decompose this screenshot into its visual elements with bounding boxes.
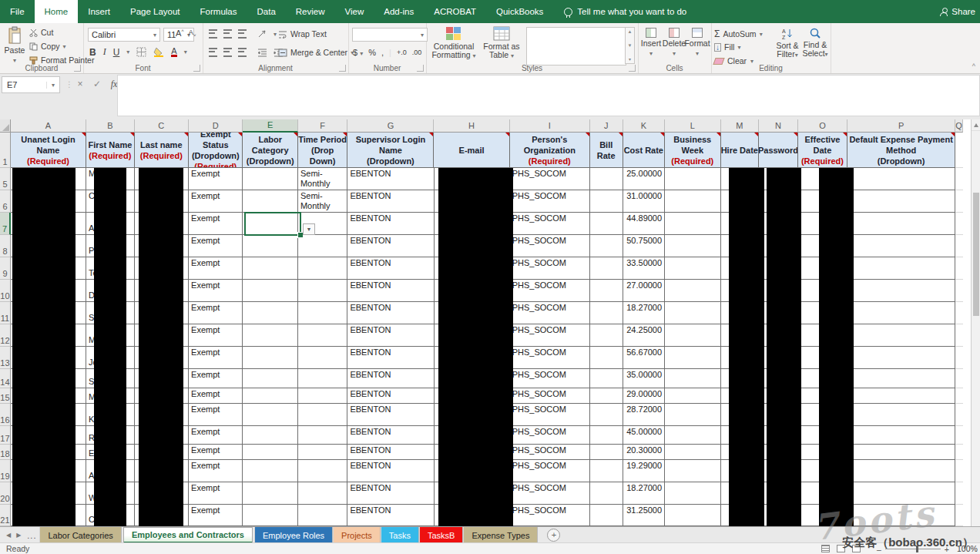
cell-K18[interactable]: 20.30000 xyxy=(623,445,666,460)
cell-E20[interactable] xyxy=(243,482,297,505)
header-cell-O1[interactable]: Effective Date(Required) xyxy=(798,133,847,168)
cell-G8[interactable]: EBENTON xyxy=(347,235,434,257)
cell-J21[interactable] xyxy=(590,505,623,526)
cell-K5[interactable]: 25.00000 xyxy=(623,168,666,190)
cell-I19[interactable]: PHS_SOCOM xyxy=(510,460,590,482)
row-header-15[interactable]: 15 xyxy=(0,388,11,404)
header-cell-L1[interactable]: Business Week(Required) xyxy=(665,133,720,168)
cell-D18[interactable]: Exempt xyxy=(189,445,243,460)
cell-P8[interactable] xyxy=(847,235,955,257)
underline-chevron-icon[interactable]: ▾ xyxy=(126,49,129,55)
cell-K16[interactable]: 28.72000 xyxy=(623,404,666,426)
cell-J11[interactable] xyxy=(590,302,623,324)
cell-F15[interactable] xyxy=(298,388,348,404)
cell-J6[interactable] xyxy=(590,190,623,213)
header-cell-P1[interactable]: Default Expense Payment Method(Dropdown) xyxy=(847,133,955,168)
cell-I14[interactable]: PHS_SOCOM xyxy=(510,369,590,388)
ribbon-tab-acrobat[interactable]: ACROBAT xyxy=(424,0,486,23)
clipboard-dialog-launcher[interactable] xyxy=(74,65,81,72)
zoom-in-button[interactable]: + xyxy=(945,545,949,554)
cell-I7[interactable]: PHS_SOCOM xyxy=(510,213,590,235)
cell-D16[interactable]: Exempt xyxy=(189,404,243,426)
cell-F6[interactable]: Semi-Monthly xyxy=(298,190,348,213)
column-header-A[interactable]: A xyxy=(11,119,86,133)
font-color-icon[interactable]: A xyxy=(171,47,176,57)
align-top-icon[interactable] xyxy=(209,29,217,39)
cell-F8[interactable] xyxy=(298,235,348,257)
cell-E16[interactable] xyxy=(243,404,297,426)
data-validation-dropdown-button[interactable]: ▼ xyxy=(303,223,315,235)
cell-F20[interactable] xyxy=(298,482,348,505)
sheet-tab-employees-and-contractors[interactable]: Employees and Contractors xyxy=(123,527,253,543)
header-cell-N1[interactable]: Password xyxy=(759,133,798,168)
cell-E8[interactable] xyxy=(243,235,297,257)
cell-I5[interactable]: PHS_SOCOM xyxy=(510,168,590,190)
row-header-18[interactable]: 18 xyxy=(0,445,11,460)
borders-icon[interactable] xyxy=(136,47,146,57)
cell-P9[interactable] xyxy=(847,257,955,280)
enter-button[interactable]: ✓ xyxy=(89,76,105,92)
cell-K8[interactable]: 50.75000 xyxy=(623,235,666,257)
column-header-I[interactable]: I xyxy=(510,119,590,133)
row-header-16[interactable]: 16 xyxy=(0,404,11,426)
cell-J14[interactable] xyxy=(590,369,623,388)
cell-K14[interactable]: 35.00000 xyxy=(623,369,666,388)
cell-D9[interactable]: Exempt xyxy=(189,257,243,280)
cell-L10[interactable] xyxy=(665,280,720,302)
column-header-J[interactable]: J xyxy=(590,119,623,133)
cell-D8[interactable]: Exempt xyxy=(189,235,243,257)
cell-G15[interactable]: EBENTON xyxy=(347,388,434,404)
sort-filter-button[interactable]: AZ Sort &Filter▾ xyxy=(774,28,800,59)
cell-P12[interactable] xyxy=(847,324,955,347)
ribbon-tab-file[interactable]: File xyxy=(0,0,35,23)
normal-view-icon[interactable] xyxy=(821,545,830,552)
tell-me-box[interactable]: Tell me what you want to do xyxy=(564,0,686,23)
cell-F10[interactable] xyxy=(298,280,348,302)
row-header-1[interactable]: 1 xyxy=(0,133,11,168)
cell-D10[interactable]: Exempt xyxy=(189,280,243,302)
cell-L13[interactable] xyxy=(665,347,720,369)
cell-D13[interactable]: Exempt xyxy=(189,347,243,369)
cell-E9[interactable] xyxy=(243,257,297,280)
cell-P18[interactable] xyxy=(847,445,955,460)
cell-D14[interactable]: Exempt xyxy=(189,369,243,388)
row-header-10[interactable]: 10 xyxy=(0,280,11,302)
page-break-view-icon[interactable] xyxy=(852,545,861,552)
cell-E19[interactable] xyxy=(243,460,297,482)
delete-cells-button[interactable]: Delete▾ xyxy=(663,28,686,58)
cell-J13[interactable] xyxy=(590,347,623,369)
ribbon-tab-insert[interactable]: Insert xyxy=(78,0,120,23)
cell-F17[interactable] xyxy=(298,426,348,445)
column-header-M[interactable]: M xyxy=(721,119,760,133)
cell-I16[interactable]: PHS_SOCOM xyxy=(510,404,590,426)
cell-L18[interactable] xyxy=(665,445,720,460)
cell-I9[interactable]: PHS_SOCOM xyxy=(510,257,590,280)
align-right-icon[interactable] xyxy=(238,48,247,57)
cell-D7[interactable]: Exempt xyxy=(189,213,243,235)
row-header-6[interactable]: 6 xyxy=(0,190,11,213)
ribbon-tab-review[interactable]: Review xyxy=(286,0,335,23)
select-all-button[interactable] xyxy=(0,119,11,133)
cell-K15[interactable]: 29.00000 xyxy=(623,388,666,404)
cell-L17[interactable] xyxy=(665,426,720,445)
cell-L12[interactable] xyxy=(665,324,720,347)
cell-F9[interactable] xyxy=(298,257,348,280)
cell-L19[interactable] xyxy=(665,460,720,482)
cell-K21[interactable]: 31.25000 xyxy=(623,505,666,526)
column-header-G[interactable]: G xyxy=(347,119,434,133)
ribbon-tab-page-layout[interactable]: Page Layout xyxy=(120,0,190,23)
number-dialog-launcher[interactable] xyxy=(417,65,424,72)
decrease-indent-icon[interactable] xyxy=(257,49,267,57)
column-header-P[interactable]: P xyxy=(847,119,955,133)
cell-G21[interactable]: EBENTON xyxy=(347,505,434,526)
cell-K7[interactable]: 44.89000 xyxy=(623,213,666,235)
cell-L5[interactable] xyxy=(665,168,720,190)
column-header-L[interactable]: L xyxy=(665,119,720,133)
cell-D19[interactable]: Exempt xyxy=(189,460,243,482)
cell-G17[interactable]: EBENTON xyxy=(347,426,434,445)
paste-button[interactable]: Paste ▾ xyxy=(3,26,26,65)
ribbon-tab-view[interactable]: View xyxy=(335,0,374,23)
cell-I12[interactable]: PHS_SOCOM xyxy=(510,324,590,347)
cell-F16[interactable] xyxy=(298,404,348,426)
gallery-scroll-buttons[interactable]: ▲▼▾ xyxy=(625,27,635,64)
